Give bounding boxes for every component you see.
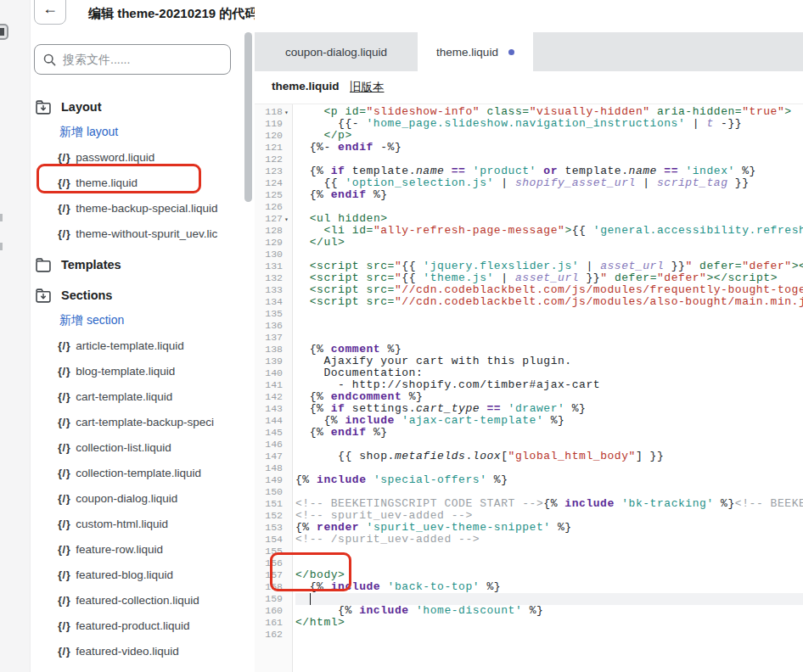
code-line-130[interactable]: 130 [255,249,803,260]
code-line-121[interactable]: 121 {%- endif -%} [255,142,803,154]
old-version-link[interactable]: 旧版本 [350,80,385,95]
code-line-142[interactable]: 142 {% endcomment %} [255,391,803,403]
line-number: 150 [255,486,293,498]
new-file-link[interactable]: 新增 section [31,307,244,333]
code-line-150[interactable]: 150 [255,486,803,498]
code-line-127[interactable]: 127▾ <ul hidden> [255,213,803,225]
file-item[interactable]: {/}article-template.liquid [31,333,244,358]
file-item[interactable]: {/}blog-template.liquid [31,358,244,384]
code-line-161[interactable]: 161</html> [255,617,803,629]
code-line-159[interactable]: 159 [255,593,803,605]
code-line-140[interactable]: 140 Documentation: [255,367,803,379]
code-text: {{ shop.metafields.loox["global_html_bod… [295,451,803,462]
code-line-129[interactable]: 129 </ul> [255,237,803,249]
file-item[interactable]: {/}featured-product.liquid [31,613,244,638]
back-button[interactable]: ← [34,0,66,25]
fold-arrow-icon[interactable]: ▾ [284,107,293,119]
file-item[interactable]: {/}custom-html.liquid [31,511,244,536]
file-item[interactable]: {/}cart-template-backup-speci [31,409,244,434]
file-item[interactable]: {/}theme.liquid [31,170,244,195]
code-line-120[interactable]: 120 </p> [255,130,803,142]
code-file-icon: {/} [58,543,70,556]
file-item[interactable]: {/}featured-video.liquid [31,638,244,664]
code-line-162[interactable]: 162 [255,629,803,641]
code-line-123[interactable]: 123 {% if template.name == 'product' or … [255,165,803,177]
line-number: 133 [255,284,293,296]
new-file-link[interactable]: 新增 layout [31,119,244,144]
code-text: {% endif %} [295,189,803,201]
code-text: {{ 'option_selection.js' | shopify_asset… [295,177,803,189]
code-line-132[interactable]: 132 <script src="{{ 'theme.js' | asset_u… [255,272,803,284]
code-line-148[interactable]: 148 [255,462,803,474]
file-item[interactable]: {/}password.liquid [31,144,244,170]
code-text [295,462,803,474]
code-line-141[interactable]: 141 - http://shopify.com/timber#ajax-car… [255,379,803,391]
code-line-125[interactable]: 125 {% endif %} [255,189,803,201]
code-line-119[interactable]: 119 {{- 'home_page.slideshow.navigation_… [255,118,803,130]
code-line-152[interactable]: 152<!-- spurit_uev-added --> [255,510,803,522]
search-box[interactable] [34,44,231,75]
code-line-139[interactable]: 139 Ajaxify your cart with this plugin. [255,356,803,367]
tab-coupon-dialog[interactable]: coupon-dialog.liquid [255,32,418,71]
file-item[interactable]: {/}feature-row.liquid [31,536,244,562]
file-name: blog-template.liquid [76,365,175,378]
group-header-templates[interactable]: Templates [31,253,244,277]
group-header-layout[interactable]: Layout [31,95,244,119]
file-item[interactable]: {/}featured-blog.liquid [31,562,244,587]
code-line-149[interactable]: 149{% include 'special-offers' %} [255,474,803,486]
code-line-151[interactable]: 151<!-- BEEKETINGSCRIPT CODE START -->{%… [255,498,803,510]
code-line-136[interactable]: 136 [255,320,803,332]
file-item[interactable]: {/}collection-list.liquid [31,434,244,460]
file-item[interactable]: {/}theme-backup-special.liquid [31,195,244,221]
line-number: 142 [255,391,293,403]
code-text: {% render 'spurit_uev-theme-snippet' %} [295,522,803,534]
file-item[interactable]: {/}featured-collection.liquid [31,587,244,613]
code-area[interactable]: 118▾ <p id="slideshow-info" class="visua… [255,104,803,672]
code-line-143[interactable]: 143 {% if settings.cart_type == 'drawer'… [255,403,803,415]
text-cursor [310,593,312,605]
line-number: 144 [255,415,293,427]
file-item[interactable]: {/}cart-template.liquid [31,384,244,409]
code-line-155[interactable]: 155 [255,546,803,557]
code-line-133[interactable]: 133 <script src="//cdn.codeblackbelt.com… [255,284,803,296]
code-line-158[interactable]: 158 {% include 'back-to-top' %} [255,581,803,593]
code-line-122[interactable]: 122 [255,154,803,165]
file-header: theme.liquid 旧版本 [255,71,803,104]
sidebar-scrollbar[interactable] [244,32,252,202]
code-text: {% include 'ajax-cart-template' %} [295,415,803,427]
code-line-144[interactable]: 144 {% include 'ajax-cart-template' %} [255,415,803,427]
code-line-135[interactable]: 135 [255,308,803,320]
tab-theme-liquid[interactable]: theme.liquid [418,32,533,71]
group-header-sections[interactable]: Sections [31,283,244,307]
clipped-text-fragment [0,243,3,250]
file-item[interactable]: {/}coupon-dialog.liquid [31,485,244,511]
code-text: {{- 'home_page.slideshow.navigation_inst… [295,118,803,130]
file-tree: Layout新增 layout{/}password.liquid{/}them… [31,95,244,672]
code-line-156[interactable]: 156 [255,557,803,569]
code-line-157[interactable]: 157</body> [255,569,803,581]
fold-arrow-icon[interactable]: ▾ [284,214,293,226]
line-number: 137 [255,332,293,344]
code-line-126[interactable]: 126 [255,201,803,213]
code-line-118[interactable]: 118▾ <p id="slideshow-info" class="visua… [255,106,803,118]
code-line-160[interactable]: 160 {% include 'home-discount' %} [255,605,803,617]
file-name: custom-html.liquid [76,518,168,530]
search-input[interactable] [63,53,230,66]
code-line-147[interactable]: 147 {{ shop.metafields.loox["global_html… [255,451,803,462]
code-line-145[interactable]: 145 {% endif %} [255,427,803,439]
code-line-146[interactable]: 146 [255,439,803,451]
code-line-154[interactable]: 154<!-- /spurit_uev-added --> [255,534,803,546]
code-line-138[interactable]: 138 {% comment %} [255,344,803,356]
file-item[interactable]: {/}theme-without-spurit_uev.lic [31,221,244,246]
code-line-128[interactable]: 128 <li id="ally-refresh-page-message">{… [255,225,803,237]
code-line-153[interactable]: 153{% render 'spurit_uev-theme-snippet' … [255,522,803,534]
line-number: 122 [255,154,293,165]
file-item[interactable]: {/}collection-template.liquid [31,460,244,485]
file-item[interactable]: {/}footer.liquid [31,664,244,672]
code-line-124[interactable]: 124 {{ 'option_selection.js' | shopify_a… [255,177,803,189]
code-line-131[interactable]: 131 <script src="{{ 'jquery.flexslider.j… [255,260,803,272]
line-number: 125 [255,189,293,201]
code-line-134[interactable]: 134 <script src="//cdn.codeblackbelt.com… [255,296,803,308]
code-line-137[interactable]: 137 [255,332,803,344]
code-file-icon: {/} [58,365,70,378]
